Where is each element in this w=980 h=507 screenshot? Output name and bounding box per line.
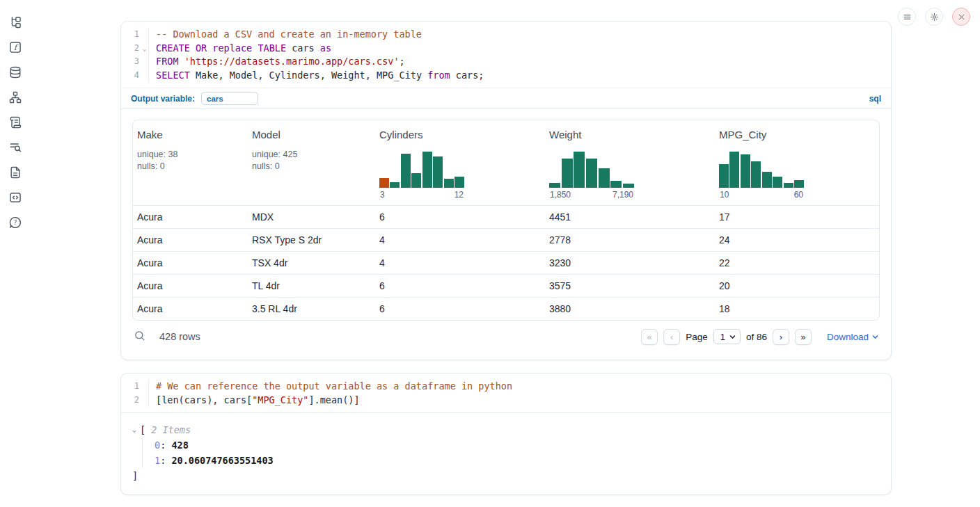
- line-number: 3: [121, 55, 149, 69]
- collapse-chevron-icon[interactable]: ⌄: [132, 422, 136, 437]
- file-explorer-icon[interactable]: [8, 15, 22, 29]
- chevron-down-icon: [872, 334, 878, 340]
- table-row[interactable]: AcuraMDX6445117: [133, 205, 879, 228]
- search-icon[interactable]: [134, 330, 145, 344]
- line-number: 1: [121, 28, 149, 42]
- table-cell: 18: [715, 303, 879, 314]
- histogram-bar: [444, 179, 454, 188]
- settings-button[interactable]: [925, 8, 943, 26]
- close-bracket: ]: [132, 468, 880, 483]
- table-cell: 4: [375, 257, 545, 268]
- svg-text:?: ?: [14, 219, 17, 226]
- shutdown-button[interactable]: [952, 8, 970, 26]
- fold-chevron-icon[interactable]: ⌄: [141, 42, 148, 56]
- first-page-button[interactable]: «: [641, 329, 658, 345]
- table-cell: Acura: [133, 234, 248, 246]
- chevron-down-icon: [729, 334, 736, 340]
- table-cell: 2778: [545, 234, 715, 246]
- menu-button[interactable]: [898, 8, 916, 26]
- result-table: Make unique: 38 nulls: 0 Model unique: 4…: [132, 120, 880, 321]
- logs-icon[interactable]: [8, 115, 22, 129]
- histogram-bar: [562, 159, 573, 188]
- table-row[interactable]: AcuraTSX 4dr4323022: [133, 251, 879, 274]
- documentation-icon[interactable]: [8, 166, 22, 179]
- next-page-button[interactable]: ›: [773, 329, 789, 345]
- table-cell: Acura: [133, 211, 248, 223]
- notebook-actions: [898, 8, 970, 26]
- table-row[interactable]: AcuraRSX Type S 2dr4277824: [133, 228, 879, 251]
- histogram-bar: [586, 159, 597, 188]
- tree-root[interactable]: ⌄ [ 2 Items: [132, 422, 880, 437]
- output-variable-input[interactable]: [201, 92, 258, 105]
- table-row[interactable]: Acura3.5 RL 4dr6388018: [133, 297, 879, 320]
- table-cell: 3.5 RL 4dr: [248, 303, 375, 314]
- histogram-bar: [623, 184, 634, 188]
- column-header-model[interactable]: Model unique: 425 nulls: 0: [248, 120, 375, 205]
- column-header-cylinders[interactable]: Cylinders 312: [375, 120, 545, 205]
- snippets-icon[interactable]: [8, 191, 22, 204]
- tree-item: 0: 428: [155, 437, 880, 453]
- language-badge[interactable]: sql: [869, 94, 881, 104]
- table-cell: Acura: [133, 303, 248, 314]
- tree-items: 0: 4281: 20.060747663551403: [142, 437, 880, 468]
- histogram-bar: [433, 156, 443, 188]
- download-button[interactable]: Download: [827, 332, 878, 342]
- table-row[interactable]: AcuraTL 4dr6357520: [133, 274, 879, 297]
- variables-icon[interactable]: f: [8, 40, 22, 54]
- line-number: 1: [121, 380, 149, 394]
- weight-histogram: 1,8507,190: [549, 152, 634, 200]
- page-select[interactable]: 1: [713, 329, 741, 344]
- table-body: AcuraMDX6445117AcuraRSX Type S 2dr427782…: [133, 205, 879, 320]
- code-line[interactable]: 2[len(cars), cars["MPG_City"].mean()]: [121, 394, 891, 408]
- python-code-editor[interactable]: 1# We can reference the output variable …: [121, 373, 891, 412]
- help-icon[interactable]: ?: [8, 216, 22, 230]
- code-line[interactable]: 4SELECT Make, Model, Cylinders, Weight, …: [121, 69, 891, 83]
- table-cell: 22: [715, 257, 879, 268]
- table-cell: MDX: [248, 211, 375, 223]
- line-number: 2: [121, 394, 149, 408]
- table-cell: 4451: [545, 211, 715, 223]
- table-header-row: Make unique: 38 nulls: 0 Model unique: 4…: [133, 120, 879, 205]
- tree-item: 1: 20.060747663551403: [155, 453, 880, 468]
- page-label: Page: [686, 332, 708, 342]
- output-variable-label: Output variable:: [131, 94, 195, 104]
- mpg-city-histogram: 1060: [719, 152, 804, 200]
- table-cell: 6: [375, 211, 545, 223]
- sql-code-editor[interactable]: 1-- Download a CSV and create an in-memo…: [121, 22, 891, 88]
- left-sidebar: f ?: [0, 0, 31, 507]
- code-line[interactable]: 1-- Download a CSV and create an in-memo…: [121, 28, 891, 42]
- table-cell: 6: [375, 280, 545, 291]
- page-total: of 86: [746, 332, 767, 342]
- column-header-make[interactable]: Make unique: 38 nulls: 0: [133, 120, 248, 205]
- table-cell: 4: [375, 234, 545, 246]
- histogram-bar: [719, 164, 729, 188]
- data-sources-icon[interactable]: [8, 65, 22, 79]
- line-number: 2⌄: [121, 42, 149, 56]
- column-header-mpg-city[interactable]: MPG_City 1060: [715, 120, 879, 205]
- histogram-bar: [411, 173, 421, 188]
- dependency-graph-icon[interactable]: [8, 90, 22, 104]
- column-header-weight[interactable]: Weight 1,8507,190: [545, 120, 715, 205]
- python-cell: 1# We can reference the output variable …: [120, 373, 892, 495]
- histogram-bar: [610, 181, 622, 188]
- code-line[interactable]: 3FROM 'https://datasets.marimo.app/cars.…: [121, 55, 891, 69]
- histogram-bar: [455, 177, 464, 188]
- table-cell: 3230: [545, 257, 715, 268]
- pagination: « ‹ Page 1 of 86 › » Download: [641, 329, 878, 345]
- code-line[interactable]: 1# We can reference the output variable …: [121, 380, 891, 394]
- histogram-bar: [794, 180, 804, 188]
- table-cell: 6: [375, 303, 545, 314]
- code-line[interactable]: 2⌄CREATE OR replace TABLE cars as: [121, 42, 891, 56]
- histogram-bar: [741, 154, 750, 188]
- table-cell: Acura: [133, 257, 248, 268]
- histogram-bar: [599, 168, 610, 188]
- last-page-button[interactable]: »: [795, 329, 812, 345]
- tracebacks-icon[interactable]: [8, 140, 22, 154]
- table-cell: 3575: [545, 280, 715, 291]
- histogram-bar: [549, 183, 560, 188]
- notebook-main: 1-- Download a CSV and create an in-memo…: [120, 21, 892, 495]
- column-stats: unique: 425 nulls: 0: [252, 149, 371, 172]
- prev-page-button[interactable]: ‹: [663, 329, 680, 345]
- histogram-bar: [729, 152, 739, 188]
- open-bracket: [: [140, 422, 145, 437]
